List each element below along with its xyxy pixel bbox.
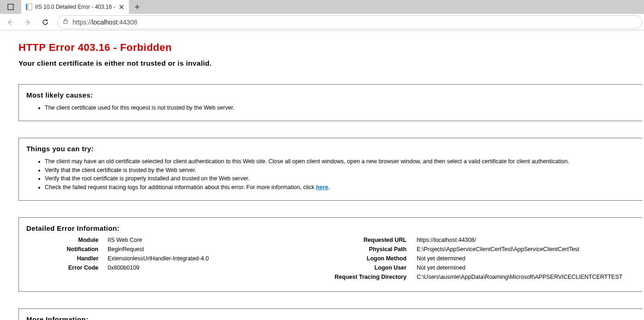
try-title: Things you can try: <box>26 145 635 153</box>
detail-column-right: Requested URL https://localhost:44308/ P… <box>241 237 623 283</box>
detail-value-module: IIS Web Core <box>108 237 142 243</box>
detail-key-module: Module <box>26 237 108 243</box>
detail-column-left: Module IIS Web Core Notification BeginRe… <box>26 237 209 283</box>
section-more-information: More Information: A Secure Sockets Layer… <box>18 308 642 320</box>
browser-toolbar: https://localhost:44308 <box>0 14 644 31</box>
lock-icon <box>62 18 69 26</box>
svg-rect-1 <box>26 4 27 10</box>
tracing-text-suffix: . <box>328 184 330 191</box>
detail-value-handler: ExtensionlessUrlHandler-Integrated-4.0 <box>108 255 209 262</box>
tab-manager-button[interactable] <box>0 0 21 14</box>
detail-key-logon-user: Logon User <box>241 265 417 271</box>
list-item: The client may have an old certificate s… <box>45 157 635 166</box>
list-item: Verify that the client certificate is tr… <box>45 166 635 175</box>
section-most-likely-causes: Most likely causes: The client certifica… <box>18 84 642 121</box>
table-row: Logon Method Not yet determined <box>241 255 623 262</box>
table-row: Handler ExtensionlessUrlHandler-Integrat… <box>26 255 209 262</box>
causes-title: Most likely causes: <box>26 91 635 99</box>
arrow-left-icon <box>6 18 14 26</box>
url-text: https://localhost:44308 <box>73 18 137 26</box>
browser-tab-strip: IIS 10.0 Detailed Error - 403.16 - <box>0 0 644 14</box>
section-detailed-error-information: Detailed Error Information: Module IIS W… <box>18 217 642 292</box>
error-subtitle: Your client certificate is either not tr… <box>18 59 644 68</box>
detail-key-requested-url: Requested URL <box>241 237 417 243</box>
detail-key-handler: Handler <box>26 255 108 262</box>
detail-value-logon-user: Not yet determined <box>417 265 466 271</box>
detail-key-logon-method: Logon Method <box>241 255 417 262</box>
tab-actions-icon <box>7 3 14 11</box>
tab-close-button[interactable] <box>118 3 125 11</box>
iis-favicon-icon <box>25 3 32 11</box>
detail-value-physical-path: E:\Projects\AppServiceClientCertTest\App… <box>417 246 579 252</box>
tracing-text-prefix: Check the failed request tracing logs fo… <box>45 184 316 191</box>
svg-rect-2 <box>28 4 32 10</box>
detail-key-notification: Notification <box>26 246 108 252</box>
table-row: Physical Path E:\Projects\AppServiceClie… <box>241 246 623 252</box>
detail-key-physical-path: Physical Path <box>241 246 417 252</box>
address-bar[interactable]: https://localhost:44308 <box>57 15 642 29</box>
url-scheme: https:// <box>73 18 92 26</box>
detail-title: Detailed Error Information: <box>26 224 635 232</box>
new-tab-button[interactable] <box>129 0 146 14</box>
detail-key-errorcode: Error Code <box>26 265 108 271</box>
table-row: Requested URL https://localhost:44308/ <box>241 237 623 243</box>
error-heading: HTTP Error 403.16 - Forbidden <box>18 42 644 54</box>
back-button[interactable] <box>2 15 18 30</box>
arrow-right-icon <box>24 18 32 26</box>
more-info-title: More Information: <box>26 315 635 320</box>
detail-value-trace-dir: C:\Users\ausmle\AppData\Roaming\Microsof… <box>417 274 623 280</box>
close-icon <box>119 5 124 9</box>
page-content: HTTP Error 403.16 - Forbidden Your clien… <box>0 31 644 320</box>
table-row: Error Code 0x800b0109 <box>26 265 209 271</box>
list-item: The client certificate used for this req… <box>45 104 635 112</box>
detail-value-requested-url: https://localhost:44308/ <box>417 237 476 243</box>
forward-button[interactable] <box>19 15 36 30</box>
causes-list: The client certificate used for this req… <box>26 104 635 112</box>
table-row: Request Tracing Directory C:\Users\ausml… <box>241 274 623 280</box>
detail-key-trace-dir: Request Tracing Directory <box>241 274 417 280</box>
plus-icon <box>134 4 140 10</box>
list-item: Verify that the root certificate is prop… <box>45 174 635 183</box>
try-list: The client may have an old certificate s… <box>26 157 635 192</box>
section-things-you-can-try: Things you can try: The client may have … <box>18 138 642 201</box>
detail-value-logon-method: Not yet determined <box>417 255 466 262</box>
table-row: Notification BeginRequest <box>26 246 209 252</box>
detail-value-errorcode: 0x800b0109 <box>108 265 140 271</box>
svg-rect-9 <box>64 21 67 24</box>
url-host: localhost <box>92 18 117 26</box>
url-port: :44308 <box>117 18 137 26</box>
refresh-button[interactable] <box>37 15 54 30</box>
refresh-icon <box>41 18 49 26</box>
tracing-link[interactable]: here <box>316 184 328 191</box>
detail-value-notification: BeginRequest <box>108 246 144 252</box>
browser-tab-active[interactable]: IIS 10.0 Detailed Error - 403.16 - <box>21 0 129 14</box>
tab-title: IIS 10.0 Detailed Error - 403.16 - <box>35 4 115 10</box>
list-item: Check the failed request tracing logs fo… <box>45 183 635 192</box>
svg-rect-0 <box>8 4 13 10</box>
table-row: Logon User Not yet determined <box>241 265 623 271</box>
table-row: Module IIS Web Core <box>26 237 209 243</box>
